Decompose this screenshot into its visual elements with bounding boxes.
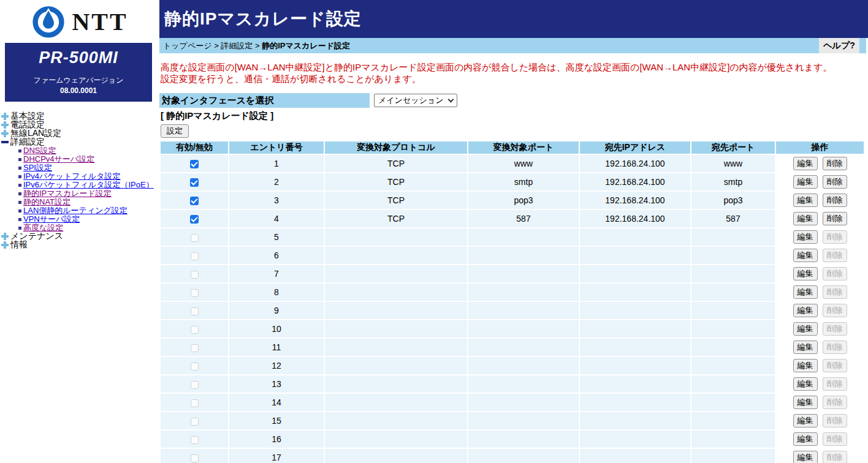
bullet-icon [18, 149, 21, 152]
table-header-row: 有効/無効エントリ番号変換対象プロトコル変換対象ポート宛先IPアドレス宛先ポート… [161, 141, 864, 154]
cell-port [468, 302, 579, 319]
cell-protocol [325, 284, 467, 301]
enable-checkbox-checked[interactable] [190, 215, 199, 224]
cell-dest-port [691, 228, 775, 246]
enable-checkbox-unchecked [191, 344, 199, 352]
interface-selector-row: 対象インタフェースを選択 メインセッション [159, 93, 868, 108]
column-header-0: 有効/無効 [161, 141, 228, 154]
table-row: 9編集削除 [161, 302, 864, 319]
table-row: 15編集削除 [161, 412, 864, 429]
expand-icon[interactable] [1, 121, 9, 129]
edit-button[interactable]: 編集 [793, 212, 818, 225]
cell-entry: 11 [229, 339, 324, 356]
edit-button[interactable]: 編集 [793, 157, 818, 170]
enable-checkbox-checked[interactable] [190, 160, 199, 168]
expand-icon[interactable] [1, 241, 9, 249]
edit-button[interactable]: 編集 [793, 359, 818, 372]
cell-dest-ip [580, 394, 690, 411]
cell-enabled [161, 155, 228, 172]
edit-button[interactable]: 編集 [793, 396, 818, 409]
cell-enabled [161, 375, 228, 393]
cell-enabled [161, 284, 228, 301]
cell-dest-port [691, 320, 775, 337]
cell-entry: 7 [229, 265, 324, 282]
cell-enabled [161, 173, 228, 190]
expand-icon[interactable] [1, 233, 9, 240]
enable-checkbox-checked[interactable] [190, 197, 199, 205]
cell-dest-ip [580, 357, 690, 374]
edit-button[interactable]: 編集 [793, 377, 818, 391]
enable-checkbox-unchecked [191, 418, 199, 426]
table-row: 11編集削除 [161, 339, 864, 356]
edit-button[interactable]: 編集 [793, 451, 818, 463]
cell-entry: 17 [229, 449, 324, 463]
cell-actions: 編集削除 [776, 284, 864, 301]
collapse-icon[interactable] [1, 138, 9, 146]
breadcrumb-current: 静的IPマスカレード設定 [262, 41, 350, 50]
table-row: 5編集削除 [161, 228, 864, 246]
edit-button[interactable]: 編集 [793, 175, 818, 189]
cell-dest-port [691, 339, 775, 356]
cell-dest-ip [580, 302, 690, 319]
sidebar-menu: 基本設定電話設定無線LAN設定詳細設定DNS設定DHCPv4サーバ設定SPI設定… [1, 112, 158, 249]
apply-settings-button[interactable]: 設定 [161, 124, 189, 138]
edit-button[interactable]: 編集 [793, 304, 818, 317]
help-button[interactable]: ヘルプ? [819, 38, 859, 53]
cell-enabled [161, 339, 228, 356]
delete-button: 削除 [823, 377, 847, 391]
edit-button[interactable]: 編集 [793, 230, 818, 244]
edit-button[interactable]: 編集 [793, 322, 818, 336]
ntt-logo-text: NTT [72, 7, 128, 36]
column-header-4: 宛先IPアドレス [580, 141, 690, 154]
expand-icon[interactable] [1, 130, 9, 137]
warning-notice: 高度な設定画面の[WAN→LAN中継設定]と静的IPマスカレード設定画面の内容が… [161, 61, 868, 85]
cell-entry: 2 [229, 173, 324, 190]
bullet-icon [18, 192, 21, 195]
cell-enabled [161, 210, 228, 227]
delete-button[interactable]: 削除 [823, 212, 847, 225]
cell-dest-ip [580, 265, 690, 282]
edit-button[interactable]: 編集 [793, 249, 818, 262]
delete-button: 削除 [823, 432, 847, 446]
edit-button[interactable]: 編集 [793, 194, 818, 207]
cell-port [468, 320, 579, 337]
cell-actions: 編集削除 [776, 375, 864, 393]
cell-dest-port [691, 247, 775, 264]
delete-button[interactable]: 削除 [823, 157, 847, 170]
firmware-version: 08.00.0001 [5, 86, 152, 95]
cell-dest-ip: 192.168.24.100 [580, 210, 690, 227]
cell-protocol: TCP [325, 173, 467, 190]
delete-button: 削除 [823, 414, 847, 427]
edit-button[interactable]: 編集 [793, 432, 818, 446]
cell-actions: 編集削除 [776, 247, 864, 264]
enable-checkbox-checked[interactable] [190, 178, 199, 187]
column-header-5: 宛先ポート [691, 141, 775, 154]
edit-button[interactable]: 編集 [793, 267, 818, 280]
enable-checkbox-unchecked [191, 289, 199, 297]
cell-actions: 編集削除 [776, 265, 864, 282]
bullet-icon [18, 218, 21, 221]
cell-protocol [325, 449, 467, 463]
session-select-value: メインセッション [378, 95, 443, 106]
cell-dest-ip: 192.168.24.100 [580, 155, 690, 172]
cell-dest-port [691, 357, 775, 374]
cell-protocol [325, 302, 467, 319]
session-select[interactable]: メインセッション [374, 94, 457, 107]
cell-actions: 編集削除 [776, 431, 864, 448]
sidebar-item-5[interactable]: 情報 [1, 241, 158, 249]
edit-button[interactable]: 編集 [793, 285, 818, 299]
cell-port [468, 265, 579, 282]
cell-dest-port [691, 431, 775, 448]
table-row: 2TCPsmtp192.168.24.100smtp編集削除 [161, 173, 864, 190]
cell-actions: 編集削除 [776, 302, 864, 319]
cell-protocol [325, 320, 467, 337]
delete-button[interactable]: 削除 [823, 194, 847, 207]
edit-button[interactable]: 編集 [793, 414, 818, 427]
edit-button[interactable]: 編集 [793, 341, 818, 354]
delete-button[interactable]: 削除 [823, 175, 847, 189]
expand-icon[interactable] [1, 113, 9, 120]
cell-enabled [161, 394, 228, 411]
cell-dest-port [691, 284, 775, 301]
cell-enabled [161, 247, 228, 264]
cell-dest-port [691, 412, 775, 429]
